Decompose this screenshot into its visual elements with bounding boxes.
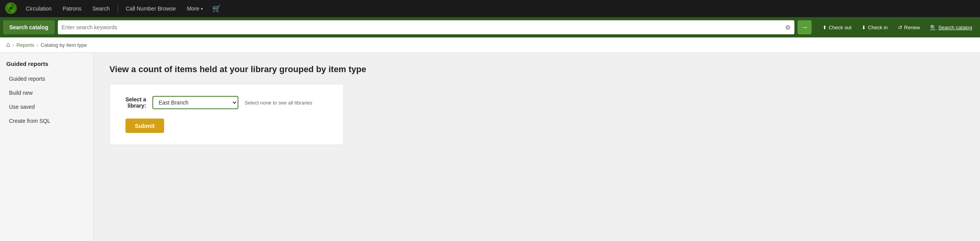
svg-point-3 xyxy=(9,7,13,10)
checkout-icon: ⬆ xyxy=(823,25,827,30)
library-select-row: Select a library: East Branch Main Libra… xyxy=(125,96,328,109)
search-input[interactable] xyxy=(62,24,782,30)
main-content: View a count of items held at your libra… xyxy=(94,53,980,241)
search-catalog-link-label: Search catalog xyxy=(938,25,972,30)
search-go-button[interactable]: → xyxy=(798,20,812,34)
search-actions: ⬆ Check out ⬇ Check in ↺ Renew 🔍 Search … xyxy=(818,22,977,33)
library-hint: Select none to see all libraries xyxy=(245,100,312,106)
cart-button[interactable]: 🛒 xyxy=(209,2,224,15)
page-title: View a count of items held at your libra… xyxy=(109,64,964,74)
sidebar-item-use-saved[interactable]: Use saved xyxy=(0,100,93,114)
search-bar: Search catalog ⚙ → ⬆ Check out ⬇ Check i… xyxy=(0,17,980,37)
checkout-button[interactable]: ⬆ Check out xyxy=(818,22,857,33)
report-form-card: Select a library: East Branch Main Libra… xyxy=(109,84,344,145)
library-label: Select a library: xyxy=(125,96,146,109)
checkin-icon: ⬇ xyxy=(862,25,866,30)
nav-call-number-browse[interactable]: Call Number Browse xyxy=(121,3,181,14)
renew-button[interactable]: ↺ Renew xyxy=(893,22,925,33)
sidebar-item-build-new[interactable]: Build new xyxy=(0,86,93,100)
nav-circulation[interactable]: Circulation xyxy=(21,3,56,14)
nav-search[interactable]: Search xyxy=(88,3,114,14)
breadcrumb-sep-2: › xyxy=(37,42,38,48)
more-dropdown-arrow: ▾ xyxy=(201,7,203,11)
app-logo xyxy=(5,2,17,16)
submit-button[interactable]: Submit xyxy=(125,119,164,133)
renew-icon: ↺ xyxy=(898,25,902,30)
sidebar: Guided reports Guided reports Build new … xyxy=(0,53,94,241)
sidebar-title: Guided reports xyxy=(0,60,93,72)
nav-patrons[interactable]: Patrons xyxy=(58,3,86,14)
search-input-wrapper: ⚙ xyxy=(58,20,794,34)
nav-separator xyxy=(118,4,118,13)
sidebar-item-guided-reports[interactable]: Guided reports xyxy=(0,72,93,86)
checkin-button[interactable]: ⬇ Check in xyxy=(857,22,892,33)
breadcrumb-home[interactable]: ⌂ xyxy=(6,41,10,48)
nav-more[interactable]: More ▾ xyxy=(182,3,207,14)
breadcrumb-sep-1: › xyxy=(13,42,14,48)
main-layout: Guided reports Guided reports Build new … xyxy=(0,53,980,241)
search-catalog-link[interactable]: 🔍 Search catalog xyxy=(925,22,977,33)
breadcrumb-current: Catalog by item type xyxy=(41,42,87,48)
breadcrumb: ⌂ › Reports › Catalog by item type xyxy=(0,37,980,53)
filter-icon[interactable]: ⚙ xyxy=(785,24,790,31)
checkout-label: Check out xyxy=(829,25,852,30)
library-select[interactable]: East Branch Main Library West Branch Nor… xyxy=(152,96,238,109)
search-catalog-link-icon: 🔍 xyxy=(930,25,936,30)
search-catalog-button[interactable]: Search catalog xyxy=(3,20,55,34)
renew-label: Renew xyxy=(904,25,920,30)
sidebar-item-create-from-sql[interactable]: Create from SQL xyxy=(0,114,93,128)
breadcrumb-reports[interactable]: Reports xyxy=(16,42,34,48)
checkin-label: Check in xyxy=(868,25,888,30)
top-navigation: Circulation Patrons Search Call Number B… xyxy=(0,0,980,17)
